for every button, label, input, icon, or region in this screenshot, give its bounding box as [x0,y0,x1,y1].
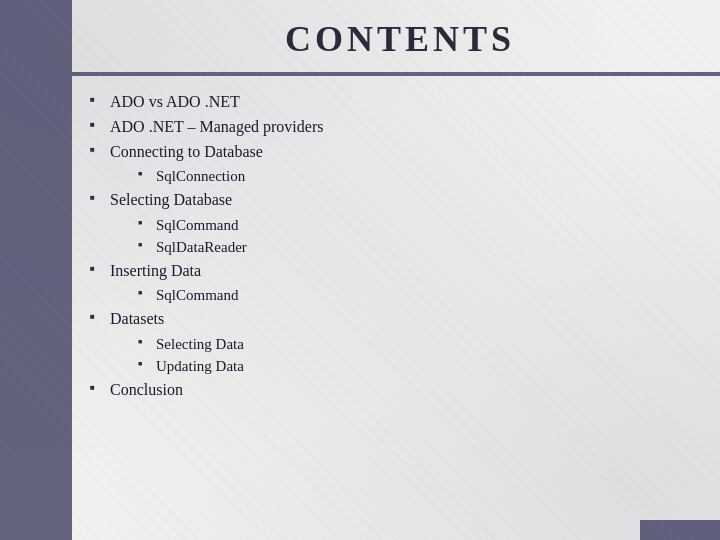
sub-list-item: SqlCommand [138,214,700,237]
slide-content: ADO vs ADO .NETADO .NET – Managed provid… [90,90,700,520]
sub-list-item: Updating Data [138,355,700,378]
list-item: Conclusion [90,378,700,403]
list-item: Connecting to DatabaseSqlConnection [90,140,700,188]
list-item: Selecting DatabaseSqlCommandSqlDataReade… [90,188,700,259]
slide: CONTENTS ADO vs ADO .NETADO .NET – Manag… [0,0,720,540]
sub-list: Selecting DataUpdating Data [110,333,700,378]
list-item: DatasetsSelecting DataUpdating Data [90,307,700,378]
bottom-right-accent [640,520,720,540]
list-item: ADO .NET – Managed providers [90,115,700,140]
main-list: ADO vs ADO .NETADO .NET – Managed provid… [90,90,700,403]
sub-list-item: Selecting Data [138,333,700,356]
header-bar [72,72,720,76]
sub-list: SqlCommandSqlDataReader [110,214,700,259]
slide-title: CONTENTS [100,18,700,60]
list-item: ADO vs ADO .NET [90,90,700,115]
sub-list: SqlCommand [110,284,700,307]
list-item: Inserting DataSqlCommand [90,259,700,307]
left-decorative-bar [0,0,72,540]
sub-list-item: SqlDataReader [138,236,700,259]
sub-list: SqlConnection [110,165,700,188]
sub-list-item: SqlCommand [138,284,700,307]
sub-list-item: SqlConnection [138,165,700,188]
